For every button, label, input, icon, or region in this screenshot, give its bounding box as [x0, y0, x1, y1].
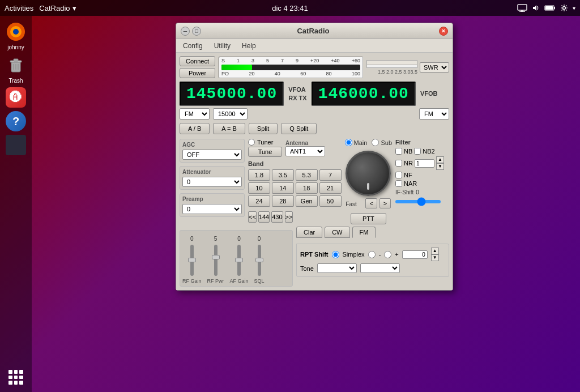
rf-gain-label: RF Gain [182, 278, 202, 284]
volume-tray-icon[interactable] [532, 4, 540, 12]
split-button[interactable]: Split [249, 123, 278, 134]
tab-content: RPT Shift Simplex - + ▲ ▼ [296, 244, 449, 277]
preamp-select[interactable]: 012 [182, 204, 242, 214]
rf-gain-slider[interactable] [190, 245, 194, 276]
band-50[interactable]: 50 [319, 195, 342, 207]
menu-help[interactable]: Help [237, 41, 261, 51]
dock-icon-firefox[interactable] [5, 20, 27, 43]
band-5.3[interactable]: 5.3 [296, 169, 318, 181]
tuner-radio[interactable] [248, 139, 255, 146]
sql-slider[interactable] [258, 245, 261, 276]
sub-radio[interactable] [372, 139, 379, 146]
dock-item-appstore[interactable]: 🅐 [6, 87, 26, 108]
minimize-button[interactable]: ─ [181, 27, 190, 36]
ptt-button[interactable]: PTT [351, 213, 386, 224]
band-7[interactable]: 7 [319, 169, 342, 181]
q-split-button[interactable]: Q Split [281, 123, 317, 134]
simplex-radio[interactable] [332, 251, 339, 258]
vfoa-mode-select[interactable]: FMAMUSBLSB [180, 108, 210, 120]
main-radio[interactable] [345, 139, 352, 146]
tab-fm[interactable]: FM [352, 227, 376, 238]
band-18[interactable]: 18 [296, 182, 318, 194]
band-gen[interactable]: Gen [296, 195, 318, 207]
dock-icon-appstore[interactable]: 🅐 [6, 87, 26, 108]
menu-bar: Config Utility Help [176, 39, 453, 53]
band-10[interactable]: 10 [248, 182, 270, 194]
nb2-down[interactable]: ▼ [436, 163, 444, 170]
power-button[interactable]: Power [180, 68, 215, 78]
network-tray-icon[interactable] [517, 4, 527, 12]
apps-dot [8, 376, 12, 380]
vfob-mode-select[interactable]: FMAMUSBLSB [419, 108, 449, 120]
band-430[interactable]: 430 [271, 211, 283, 223]
a-eq-b-button[interactable]: A = B [213, 123, 245, 134]
vfob-display[interactable]: 146000.00 [312, 82, 416, 106]
band-144[interactable]: 144 [258, 211, 270, 223]
antenna-group: Antenna ANT1ANT2 [285, 140, 325, 156]
dock-apps-grid[interactable] [6, 367, 26, 387]
maximize-button[interactable]: □ [192, 27, 201, 36]
af-gain-slider[interactable] [237, 245, 241, 276]
close-button[interactable]: ✕ [439, 27, 448, 36]
dock-icon-terminal[interactable] [6, 135, 26, 155]
band-21[interactable]: 21 [319, 182, 342, 194]
dock-icon-trash[interactable] [5, 54, 27, 76]
sql-group: 0 SQL [254, 236, 265, 284]
nb2-checkbox[interactable] [414, 148, 421, 155]
apps-dot [14, 370, 18, 374]
agc-select[interactable]: OFFFASTSLOW [182, 150, 242, 160]
band-24[interactable]: 24 [248, 195, 270, 207]
rf-pwr-slider[interactable] [214, 245, 218, 276]
dock-item-firefox[interactable]: johnny [5, 20, 27, 50]
swr-dropdown[interactable]: SWR [420, 62, 449, 73]
nb-checkbox[interactable] [395, 148, 402, 155]
activities-button[interactable]: Activities [5, 4, 33, 12]
band-3.5[interactable]: 3.5 [272, 169, 294, 181]
tab-clar[interactable]: Clar [296, 227, 322, 238]
connect-button[interactable]: Connect [180, 56, 215, 66]
nar-label: NAR [404, 180, 417, 187]
band-prev-prev[interactable]: << [248, 211, 257, 223]
po-40: 40 [275, 71, 280, 76]
nar-checkbox[interactable] [395, 180, 402, 187]
battery-tray-icon[interactable] [544, 5, 556, 11]
rpt-shift-input[interactable] [402, 250, 428, 259]
vfo-knob[interactable] [346, 151, 391, 196]
dock-item-trash[interactable]: Trash [5, 54, 27, 84]
rpt-down[interactable]: ▼ [431, 254, 439, 261]
tab-cw[interactable]: CW [325, 227, 349, 238]
ab-swap-button[interactable]: A / B [180, 123, 210, 134]
rf-pwr-slider-container [214, 243, 218, 277]
vfoa-filter-select[interactable]: 15000100005000 [213, 108, 248, 120]
antenna-select[interactable]: ANT1ANT2 [285, 146, 325, 156]
dock-item-help[interactable]: ? [6, 111, 26, 131]
tray-expand[interactable]: ▾ [573, 5, 575, 11]
settings-tray-icon[interactable] [560, 4, 568, 12]
tone-select-2[interactable] [360, 263, 400, 273]
knob-left-button[interactable]: < [365, 198, 377, 208]
ifshift-slider[interactable] [395, 200, 441, 203]
band-1.8[interactable]: 1.8 [248, 169, 270, 181]
band-28[interactable]: 28 [272, 195, 294, 207]
menu-config[interactable]: Config [178, 41, 207, 51]
minus-radio[interactable] [368, 251, 376, 258]
nb2-up[interactable]: ▲ [436, 156, 444, 163]
tune-button[interactable]: Tune [248, 147, 282, 157]
band-14[interactable]: 14 [272, 182, 294, 194]
attenuator-select[interactable]: 0612 [182, 177, 242, 187]
nf-checkbox[interactable] [395, 172, 402, 178]
nr-checkbox[interactable] [395, 160, 402, 167]
tone-row: Tone [300, 263, 445, 273]
tone-select-1[interactable] [317, 263, 357, 273]
plus-radio[interactable] [384, 251, 391, 258]
catradio-app-menu[interactable]: CatRadio ▾ [39, 4, 76, 12]
vfoa-display[interactable]: 145000.00 [180, 82, 284, 106]
dock-icon-help[interactable]: ? [6, 111, 26, 131]
knob-right-button[interactable]: > [379, 198, 391, 208]
menu-utility[interactable]: Utility [210, 41, 235, 51]
rpt-up[interactable]: ▲ [431, 248, 439, 254]
band-next-next[interactable]: >> [285, 211, 293, 223]
smeter-po-row: PO 20 40 60 80 100 [221, 71, 360, 76]
nb2-value-input[interactable] [415, 159, 434, 168]
dock-item-terminal[interactable] [6, 135, 26, 155]
